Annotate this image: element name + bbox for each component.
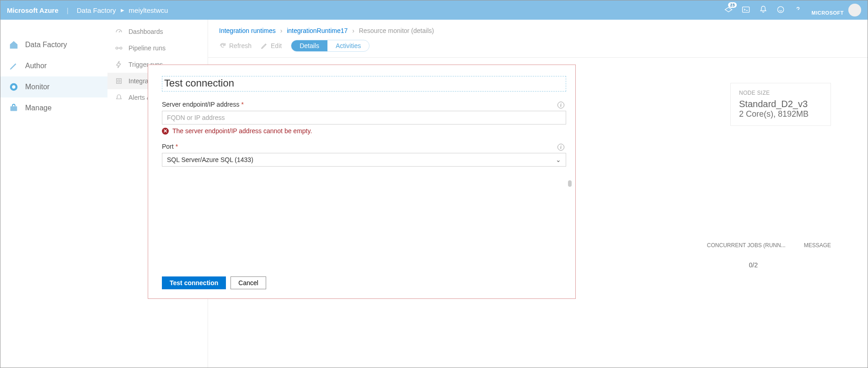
- server-endpoint-input[interactable]: [162, 111, 566, 124]
- svg-point-6: [120, 47, 122, 49]
- divider: |: [67, 6, 69, 14]
- cancel-button[interactable]: Cancel: [230, 276, 266, 289]
- server-endpoint-field: Server endpoint/IP address * i ✕ The ser…: [162, 101, 566, 135]
- edit-button[interactable]: Edit: [261, 42, 282, 49]
- gauge-icon: [115, 27, 123, 36]
- notifications-icon[interactable]: 23: [724, 5, 733, 15]
- feedback-icon[interactable]: [776, 5, 785, 15]
- topbar-right: 23 MICROSOFT: [724, 4, 862, 16]
- console-icon[interactable]: [741, 5, 750, 15]
- bell-icon: [115, 93, 123, 102]
- product-name[interactable]: Microsoft Azure: [7, 6, 59, 14]
- crumb-runtime-name[interactable]: integrationRuntime17: [287, 27, 348, 34]
- required-asterisk: *: [241, 101, 243, 108]
- table-headers: CONCURRENT JOBS (RUNN... MESSAGE: [707, 242, 831, 249]
- node-size-detail: 2 Core(s), 8192MB: [739, 109, 822, 119]
- help-icon[interactable]: [793, 5, 803, 15]
- concurrent-jobs-value: 0/2: [749, 261, 758, 269]
- chevron-down-icon: ⌄: [556, 156, 561, 163]
- col-message: MESSAGE: [804, 242, 831, 249]
- port-select[interactable]: SQL Server/Azure SQL (1433) ⌄: [162, 153, 566, 167]
- svg-rect-4: [11, 106, 17, 111]
- lightning-icon: [115, 60, 123, 69]
- ir-icon: [115, 77, 123, 85]
- chevron-right-icon: ›: [352, 27, 354, 34]
- nav-label: Author: [25, 62, 47, 70]
- info-icon[interactable]: i: [557, 144, 564, 151]
- topbar-left: Microsoft Azure | Data Factory ▸ meiylte…: [7, 6, 168, 14]
- edit-label: Edit: [271, 42, 282, 49]
- subnav-label: Pipeline runs: [129, 44, 166, 52]
- subnav-pipeline-runs[interactable]: Pipeline runs: [107, 40, 208, 56]
- nav-author[interactable]: Author: [0, 55, 107, 76]
- port-label: Port: [162, 143, 174, 150]
- server-endpoint-error: The server endpoint/IP address cannot be…: [172, 127, 312, 135]
- pencil-icon: [9, 61, 19, 71]
- test-connection-button[interactable]: Test connection: [162, 276, 226, 289]
- nav-label: Manage: [25, 104, 52, 112]
- home-icon: [9, 40, 19, 50]
- instance-name[interactable]: meiyltestwcu: [129, 6, 168, 14]
- refresh-icon: [219, 42, 226, 49]
- bell-icon[interactable]: [759, 5, 768, 15]
- svg-rect-0: [742, 7, 749, 12]
- svg-rect-7: [117, 79, 122, 84]
- left-nav: Data Factory Author Monitor Manage: [0, 20, 107, 368]
- port-value: SQL Server/Azure SQL (1433): [167, 156, 253, 163]
- node-size-label: NODE SIZE: [739, 90, 822, 96]
- scrollbar-thumb[interactable]: [568, 180, 572, 187]
- pencil-icon: [261, 42, 268, 49]
- crumb-integration-runtimes[interactable]: Integration runtimes: [219, 27, 276, 34]
- notification-badge: 23: [728, 2, 736, 8]
- tenant-name: MICROSOFT: [812, 10, 844, 16]
- service-name[interactable]: Data Factory: [77, 6, 116, 14]
- nav-manage[interactable]: Manage: [0, 97, 107, 119]
- refresh-label: Refresh: [229, 42, 252, 49]
- svg-point-1: [777, 6, 783, 12]
- nav-monitor[interactable]: Monitor: [0, 76, 107, 97]
- required-asterisk: *: [176, 143, 178, 150]
- dialog-title: Test connection: [164, 77, 564, 89]
- svg-point-5: [116, 47, 118, 49]
- pill-details[interactable]: Details: [291, 40, 327, 51]
- node-size-card: NODE SIZE Standard_D2_v3 2 Core(s), 8192…: [730, 83, 831, 126]
- node-size-value: Standard_D2_v3: [739, 99, 822, 109]
- gauge-icon: [9, 82, 19, 92]
- view-toggle: Details Activities: [291, 40, 370, 52]
- breadcrumb: Integration runtimes › integrationRuntim…: [208, 20, 868, 38]
- test-connection-dialog: Test connection Server endpoint/IP addre…: [148, 65, 576, 299]
- toolbox-icon: [9, 103, 19, 113]
- refresh-button[interactable]: Refresh: [219, 42, 252, 49]
- server-endpoint-label: Server endpoint/IP address: [162, 101, 239, 108]
- pipeline-icon: [115, 44, 123, 52]
- tenant-block[interactable]: MICROSOFT: [812, 4, 862, 16]
- chevron-right-icon: ›: [280, 27, 283, 34]
- port-field: Port * i SQL Server/Azure SQL (1433) ⌄: [162, 143, 566, 167]
- subnav-label: Dashboards: [129, 28, 163, 35]
- col-concurrent-jobs: CONCURRENT JOBS (RUNN...: [707, 242, 786, 249]
- pill-activities[interactable]: Activities: [327, 40, 369, 51]
- dialog-title-wrap: Test connection: [162, 76, 566, 92]
- topbar: Microsoft Azure | Data Factory ▸ meiylte…: [0, 0, 868, 20]
- dialog-footer: Test connection Cancel: [162, 276, 266, 289]
- nav-data-factory[interactable]: Data Factory: [0, 34, 107, 55]
- subnav-dashboards[interactable]: Dashboards: [107, 23, 208, 40]
- chevron-right-icon: ▸: [121, 6, 124, 14]
- error-icon: ✕: [162, 128, 169, 135]
- nav-label: Monitor: [25, 83, 49, 91]
- avatar[interactable]: [848, 4, 861, 16]
- toolbar: Refresh Edit Details Activities: [208, 38, 868, 58]
- svg-point-3: [12, 85, 15, 88]
- crumb-current: Resource monitor (details): [359, 27, 434, 34]
- nav-label: Data Factory: [25, 41, 67, 49]
- info-icon[interactable]: i: [557, 102, 564, 108]
